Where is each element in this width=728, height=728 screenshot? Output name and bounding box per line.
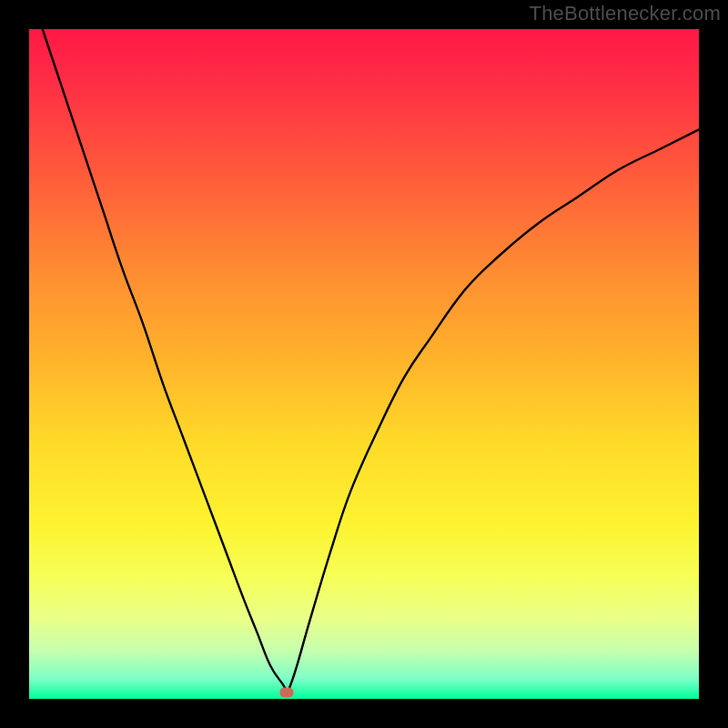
watermark-text: TheBottlenecker.com <box>530 2 721 25</box>
chart-frame: TheBottlenecker.com <box>0 0 728 728</box>
optimal-point-marker <box>280 687 294 697</box>
curve-svg <box>29 29 699 699</box>
plot-area <box>29 29 699 699</box>
bottleneck-curve <box>43 29 699 693</box>
